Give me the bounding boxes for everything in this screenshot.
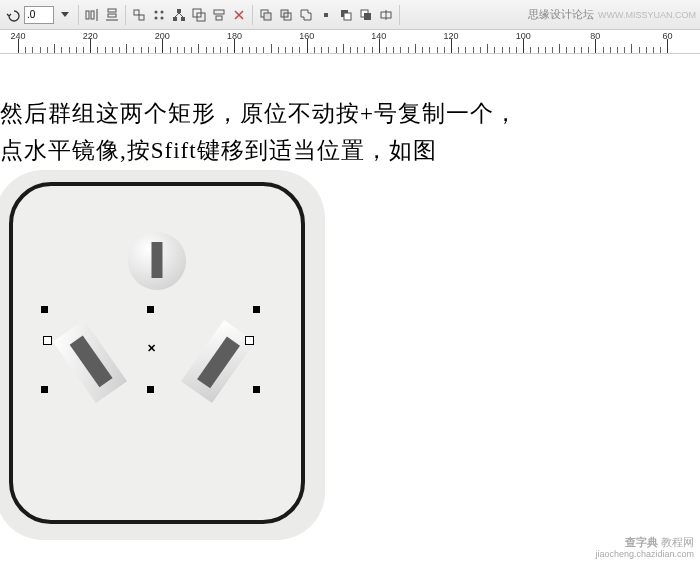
selection-handle[interactable] — [253, 386, 260, 393]
combine-icon-5[interactable] — [337, 6, 355, 24]
distribute-icon-1[interactable] — [83, 6, 101, 24]
socket-base: ✕ — [0, 170, 325, 540]
forum-label: 思缘设计论坛 WWW.MISSYUAN.COM — [528, 7, 696, 22]
svg-rect-0 — [86, 11, 89, 19]
svg-rect-27 — [364, 13, 371, 20]
selection-handle[interactable] — [41, 386, 48, 393]
combine-icon-2[interactable] — [277, 6, 295, 24]
instruction-line-1: 然后群组这两个矩形，原位不动按+号复制一个， — [0, 96, 518, 133]
svg-rect-25 — [344, 13, 351, 20]
socket-ground-slot — [152, 242, 163, 278]
combine-icon-6[interactable] — [357, 6, 375, 24]
separator — [78, 5, 79, 25]
horizontal-ruler: 2402202001801601401201008060 — [0, 30, 700, 54]
toolbar: 思缘设计论坛 WWW.MISSYUAN.COM — [0, 0, 700, 30]
watermark-url: jiaocheng.chazidian.com — [595, 549, 694, 560]
svg-rect-5 — [106, 19, 118, 21]
svg-rect-18 — [216, 16, 222, 20]
instruction-line-2: 点水平镜像,按Sfift键移到适当位置，如图 — [0, 133, 518, 170]
forum-url: WWW.MISSYUAN.COM — [598, 10, 696, 20]
svg-rect-13 — [173, 17, 177, 21]
rotation-handle[interactable] — [245, 336, 254, 345]
watermark: 查字典 教程网 jiaocheng.chazidian.com — [595, 536, 694, 560]
svg-rect-7 — [139, 15, 144, 20]
selection-center-icon: ✕ — [147, 342, 156, 355]
svg-rect-14 — [181, 17, 185, 21]
svg-point-9 — [161, 10, 164, 13]
svg-point-10 — [155, 16, 158, 19]
instruction-text: 然后群组这两个矩形，原位不动按+号复制一个， 点水平镜像,按Sfift键移到适当… — [0, 96, 518, 170]
svg-rect-20 — [264, 13, 271, 20]
selection-handle[interactable] — [253, 306, 260, 313]
svg-rect-4 — [108, 14, 116, 17]
svg-rect-2 — [96, 9, 98, 21]
ungroup-icon[interactable] — [230, 6, 248, 24]
svg-rect-3 — [108, 9, 116, 12]
watermark-sub: 教程网 — [661, 536, 694, 548]
canvas[interactable]: 然后群组这两个矩形，原位不动按+号复制一个， 点水平镜像,按Sfift键移到适当… — [0, 54, 700, 564]
forum-name: 思缘设计论坛 — [528, 7, 594, 22]
watermark-brand: 查字典 — [625, 536, 658, 548]
combine-icon-3[interactable] — [297, 6, 315, 24]
svg-rect-6 — [134, 10, 139, 15]
node-icon[interactable] — [170, 6, 188, 24]
svg-rect-1 — [91, 11, 94, 19]
selection-handle[interactable] — [41, 306, 48, 313]
svg-rect-23 — [324, 13, 328, 17]
dropdown-icon[interactable] — [56, 6, 74, 24]
align-icon[interactable] — [210, 6, 228, 24]
undo-icon[interactable] — [4, 6, 22, 24]
socket-right-slot-group[interactable] — [181, 320, 255, 403]
combine-icon-7[interactable] — [377, 6, 395, 24]
group-icon[interactable] — [190, 6, 208, 24]
distribute-icon-2[interactable] — [103, 6, 121, 24]
separator — [252, 5, 253, 25]
snap-icon-1[interactable] — [130, 6, 148, 24]
svg-point-8 — [155, 10, 158, 13]
undo-group — [4, 6, 74, 24]
undo-input[interactable] — [24, 6, 54, 24]
combine-icon-1[interactable] — [257, 6, 275, 24]
socket-left-slot-group[interactable] — [53, 320, 127, 403]
selection-handle[interactable] — [147, 386, 154, 393]
combine-icon-4[interactable] — [317, 6, 335, 24]
rotation-handle[interactable] — [43, 336, 52, 345]
svg-rect-12 — [177, 9, 181, 13]
svg-point-11 — [161, 16, 164, 19]
socket-face: ✕ — [9, 182, 305, 524]
separator — [125, 5, 126, 25]
separator — [399, 5, 400, 25]
snap-icon-2[interactable] — [150, 6, 168, 24]
svg-rect-17 — [214, 10, 224, 14]
selection-handle[interactable] — [147, 306, 154, 313]
